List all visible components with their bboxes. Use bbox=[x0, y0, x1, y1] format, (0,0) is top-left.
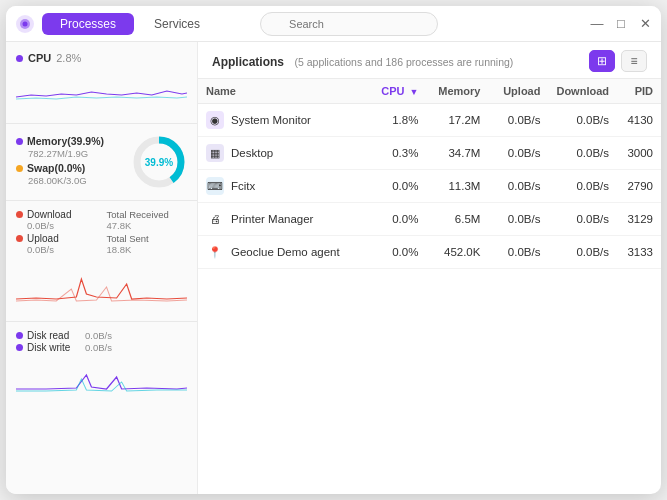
memory-value-4: 452.0K bbox=[426, 236, 488, 269]
tab-processes[interactable]: Processes bbox=[42, 13, 134, 35]
upload-dot bbox=[16, 235, 23, 242]
sort-arrow-icon: ▼ bbox=[410, 87, 419, 97]
col-header-memory[interactable]: Memory bbox=[426, 79, 488, 104]
memory-value-0: 17.2M bbox=[426, 104, 488, 137]
download-value-3: 0.0B/s bbox=[548, 203, 617, 236]
col-header-pid[interactable]: PID bbox=[617, 79, 661, 104]
app-icon-1: ▦ bbox=[206, 144, 224, 162]
app-name-cell-4: 📍 Geoclue Demo agent bbox=[198, 236, 366, 269]
disk-read-dot bbox=[16, 332, 23, 339]
cpu-value-0: 1.8% bbox=[366, 104, 426, 137]
svg-point-2 bbox=[23, 21, 28, 26]
download-value-0: 0.0B/s bbox=[548, 104, 617, 137]
app-icon-4: 📍 bbox=[206, 243, 224, 261]
total-sent-value: 18.8K bbox=[107, 244, 188, 255]
upload-value-4: 0.0B/s bbox=[488, 236, 548, 269]
memory-dot bbox=[16, 138, 23, 145]
app-name-cell-0: ◉ System Monitor bbox=[198, 104, 366, 137]
app-icon-0: ◉ bbox=[206, 111, 224, 129]
app-name-cell-2: ⌨ Fcitx bbox=[198, 170, 366, 203]
table-row[interactable]: ▦ Desktop 0.3% 34.7M 0.0B/s 0.0B/s 3000 bbox=[198, 137, 661, 170]
swap-value: 268.00K/3.0G bbox=[28, 175, 121, 186]
network-row: Download 0.0B/s Total Received 47.8K bbox=[16, 209, 187, 231]
memory-section: Memory(39.9%) 782.27M/1.9G Swap(0.0%) 26… bbox=[6, 128, 197, 196]
cpu-value-4: 0.0% bbox=[366, 236, 426, 269]
pid-value-4: 3133 bbox=[617, 236, 661, 269]
upload-value: 0.0B/s bbox=[27, 244, 97, 255]
minimize-button[interactable]: — bbox=[589, 16, 605, 32]
upload-value-0: 0.0B/s bbox=[488, 104, 548, 137]
tab-group: Processes Services bbox=[42, 13, 218, 35]
memory-value: 782.27M/1.9G bbox=[28, 148, 121, 159]
cpu-value-3: 0.0% bbox=[366, 203, 426, 236]
upload-value-2: 0.0B/s bbox=[488, 170, 548, 203]
pid-value-0: 4130 bbox=[617, 104, 661, 137]
disk-write-row: Disk write 0.0B/s bbox=[16, 342, 187, 353]
memory-label-row: Memory(39.9%) bbox=[16, 135, 121, 147]
disk-read-value: 0.0B/s bbox=[85, 330, 112, 341]
panel-subtitle: (5 applications and 186 processes are ru… bbox=[294, 56, 513, 68]
upload-item: Upload 0.0B/s bbox=[16, 233, 97, 255]
swap-dot bbox=[16, 165, 23, 172]
total-sent-label: Total Sent bbox=[107, 233, 188, 244]
process-table-wrap: Name CPU ▼ Memory Upload Download PID ◉ bbox=[198, 79, 661, 494]
app-name-cell-1: ▦ Desktop bbox=[198, 137, 366, 170]
swap-label-row: Swap(0.0%) bbox=[16, 162, 121, 174]
panel-title: Applications bbox=[212, 55, 284, 69]
disk-section: Disk read 0.0B/s Disk write 0.0B/s bbox=[6, 326, 197, 403]
app-icon-3: 🖨 bbox=[206, 210, 224, 228]
process-table: Name CPU ▼ Memory Upload Download PID ◉ bbox=[198, 79, 661, 269]
cpu-value-2: 0.0% bbox=[366, 170, 426, 203]
table-row[interactable]: 📍 Geoclue Demo agent 0.0% 452.0K 0.0B/s … bbox=[198, 236, 661, 269]
close-button[interactable]: ✕ bbox=[637, 16, 653, 32]
disk-chart bbox=[16, 357, 187, 395]
download-dot bbox=[16, 211, 23, 218]
cpu-section: CPU 2.8% bbox=[6, 52, 197, 119]
main-content: CPU 2.8% Memory(39.9%) bbox=[6, 42, 661, 494]
pid-value-2: 2790 bbox=[617, 170, 661, 203]
table-row[interactable]: 🖨 Printer Manager 0.0% 6.5M 0.0B/s 0.0B/… bbox=[198, 203, 661, 236]
total-received-value: 47.8K bbox=[107, 220, 188, 231]
download-item: Download 0.0B/s bbox=[16, 209, 97, 231]
disk-write-dot bbox=[16, 344, 23, 351]
table-row[interactable]: ◉ System Monitor 1.8% 17.2M 0.0B/s 0.0B/… bbox=[198, 104, 661, 137]
upload-value-3: 0.0B/s bbox=[488, 203, 548, 236]
titlebar: Processes Services 🔍 — □ ✕ bbox=[6, 6, 661, 42]
panel-header: Applications (5 applications and 186 pro… bbox=[198, 42, 661, 79]
cpu-dot bbox=[16, 55, 23, 62]
panel-actions: ⊞ ≡ bbox=[589, 50, 647, 72]
total-sent-item: Total Sent 18.8K bbox=[107, 233, 188, 255]
network-chart bbox=[16, 259, 187, 309]
pid-value-3: 3129 bbox=[617, 203, 661, 236]
cpu-label: CPU 2.8% bbox=[16, 52, 187, 64]
panel-title-area: Applications (5 applications and 186 pro… bbox=[212, 52, 513, 70]
pid-value-1: 3000 bbox=[617, 137, 661, 170]
app-name-cell-3: 🖨 Printer Manager bbox=[198, 203, 366, 236]
download-value: 0.0B/s bbox=[27, 220, 97, 231]
total-received-item: Total Received 47.8K bbox=[107, 209, 188, 231]
content-panel: Applications (5 applications and 186 pro… bbox=[198, 42, 661, 494]
maximize-button[interactable]: □ bbox=[613, 16, 629, 32]
col-header-cpu[interactable]: CPU ▼ bbox=[366, 79, 426, 104]
col-header-upload[interactable]: Upload bbox=[488, 79, 548, 104]
memory-value-3: 6.5M bbox=[426, 203, 488, 236]
donut-percent-label: 39.9% bbox=[131, 134, 187, 190]
col-header-download[interactable]: Download bbox=[548, 79, 617, 104]
table-header-row: Name CPU ▼ Memory Upload Download PID bbox=[198, 79, 661, 104]
network-section: Download 0.0B/s Total Received 47.8K Upl… bbox=[6, 205, 197, 317]
search-input[interactable] bbox=[260, 12, 438, 36]
memory-value-1: 34.7M bbox=[426, 137, 488, 170]
download-value-4: 0.0B/s bbox=[548, 236, 617, 269]
view-grid-button[interactable]: ⊞ bbox=[589, 50, 615, 72]
cpu-value-1: 0.3% bbox=[366, 137, 426, 170]
view-list-button[interactable]: ≡ bbox=[621, 50, 647, 72]
download-value-2: 0.0B/s bbox=[548, 170, 617, 203]
window-controls: — □ ✕ bbox=[589, 16, 653, 32]
search-wrap: 🔍 bbox=[260, 12, 438, 36]
col-header-name[interactable]: Name bbox=[198, 79, 366, 104]
table-row[interactable]: ⌨ Fcitx 0.0% 11.3M 0.0B/s 0.0B/s 2790 bbox=[198, 170, 661, 203]
disk-write-value: 0.0B/s bbox=[85, 342, 112, 353]
tab-services[interactable]: Services bbox=[136, 13, 218, 35]
disk-read-row: Disk read 0.0B/s bbox=[16, 330, 187, 341]
network-row2: Upload 0.0B/s Total Sent 18.8K bbox=[16, 233, 187, 255]
